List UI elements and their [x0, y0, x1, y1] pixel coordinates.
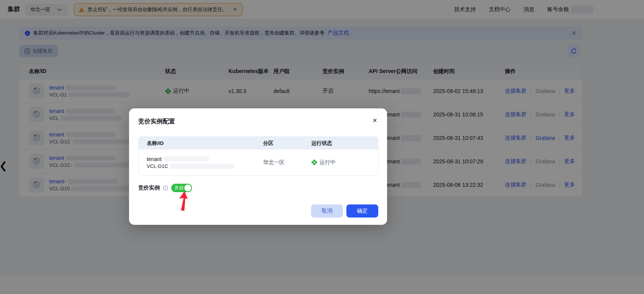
modal-status-cell: 运行中 [311, 159, 378, 166]
modal-id-redacted [170, 164, 235, 169]
modal-column-zone: 分区 [263, 140, 311, 147]
modal-table-header: 名称/ID 分区 运行状态 [139, 137, 378, 149]
modal-zone-cell: 华北一区 [263, 159, 311, 166]
modal-footer: 取消 确定 [311, 204, 378, 218]
modal-cluster-id: VCL-D1C [147, 163, 168, 169]
modal-close-icon[interactable]: × [372, 116, 377, 125]
modal-table-row: tenant VCL-D1C 华北一区 运行中 [139, 149, 378, 175]
cancel-button[interactable]: 取消 [311, 204, 343, 218]
spot-label: 竞价实例 [138, 184, 160, 191]
modal-cluster-table: 名称/ID 分区 运行状态 tenant VCL-D1C 华北一区 [138, 136, 378, 176]
modal-title: 竞价实例配置 [138, 118, 175, 126]
modal-status-text: 运行中 [320, 159, 336, 166]
modal-name-redacted [164, 156, 209, 161]
modal-column-status: 运行状态 [311, 140, 378, 147]
spot-toggle-knob [184, 184, 191, 191]
spot-info-icon[interactable] [163, 185, 168, 191]
running-status-icon [311, 159, 317, 165]
modal-column-name: 名称/ID [139, 140, 263, 147]
confirm-button[interactable]: 确定 [346, 204, 378, 218]
cluster-console-page: 集群 华北一区 禁止挖矿，一经发现后自动删除相关实例，自行承担法律责任。 × 技… [0, 0, 644, 294]
spot-instance-modal: 竞价实例配置 × 名称/ID 分区 运行状态 tenant VCL-D1C [129, 108, 387, 225]
modal-cluster-name: tenant [147, 156, 162, 162]
modal-running-icon-slot [311, 159, 317, 165]
